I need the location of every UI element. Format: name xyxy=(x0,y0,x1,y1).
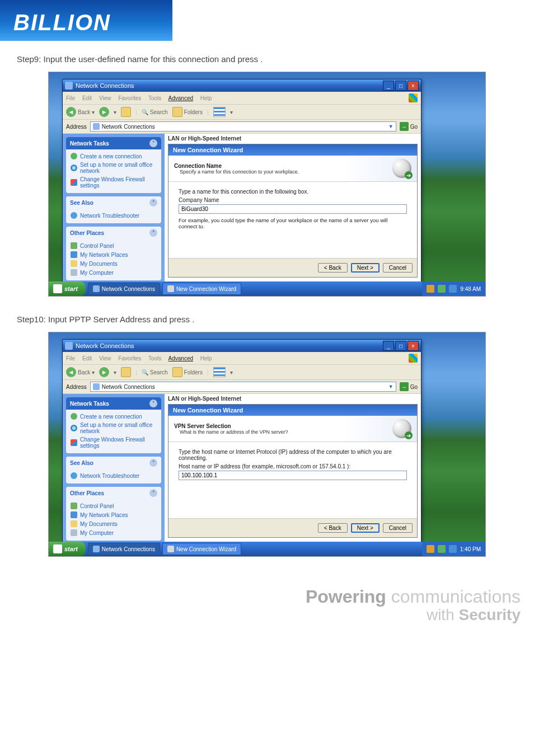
sidebar-item-create-connection[interactable]: Create a new connection xyxy=(71,152,157,161)
windows-start-icon xyxy=(53,284,62,293)
search-button[interactable]: 🔍Search xyxy=(142,369,168,375)
system-tray[interactable]: 1:40 PM xyxy=(422,542,485,556)
address-field[interactable]: Network Connections ▼ xyxy=(90,121,396,132)
chevron-up-icon: ˄ xyxy=(149,400,157,407)
menu-edit[interactable]: Edit xyxy=(82,355,92,361)
cancel-button[interactable]: Cancel xyxy=(383,263,413,273)
sidebar-item-firewall[interactable]: Change Windows Firewall settings xyxy=(71,435,157,450)
sidebar-item-my-documents[interactable]: My Documents xyxy=(71,519,157,528)
menu-file[interactable]: File xyxy=(66,95,75,101)
menu-view[interactable]: View xyxy=(99,355,111,361)
back-button[interactable]: < Back xyxy=(318,523,348,533)
sidebar-item-control-panel[interactable]: Control Panel xyxy=(71,241,157,250)
forward-dropdown[interactable]: ▾ xyxy=(114,109,116,115)
address-dropdown-icon[interactable]: ▼ xyxy=(388,124,394,129)
see-also-header[interactable]: See Also˄ xyxy=(66,457,161,469)
sidebar-item-troubleshooter[interactable]: Network Troubleshooter xyxy=(71,211,157,220)
sidebar-item-my-network[interactable]: My Network Places xyxy=(71,250,157,259)
sidebar-item-my-computer[interactable]: My Computer xyxy=(71,268,157,277)
up-button[interactable] xyxy=(121,367,131,377)
titlebar[interactable]: Network Connections _ □ × xyxy=(63,79,421,92)
back-button[interactable]: ◄Back ▾ xyxy=(66,367,95,377)
start-button[interactable]: start xyxy=(49,281,86,296)
cancel-button[interactable]: Cancel xyxy=(383,523,413,533)
up-button[interactable] xyxy=(121,107,131,117)
forward-button[interactable]: ► xyxy=(99,107,109,117)
wizard-banner: Connection Name Specify a name for this … xyxy=(168,156,417,182)
go-button[interactable]: →Go xyxy=(400,122,418,131)
search-icon: 🔍 xyxy=(142,109,148,115)
sidebar-item-firewall[interactable]: Change Windows Firewall settings xyxy=(71,175,157,190)
views-button[interactable] xyxy=(213,107,226,117)
menu-edit[interactable]: Edit xyxy=(82,95,92,101)
sidebar-item-home-network[interactable]: Set up a home or small office network xyxy=(71,161,157,175)
sidebar-item-my-network[interactable]: My Network Places xyxy=(71,510,157,519)
menu-help[interactable]: Help xyxy=(200,95,212,101)
sidebar-item-troubleshooter[interactable]: Network Troubleshooter xyxy=(71,471,157,480)
close-button[interactable]: × xyxy=(407,81,419,91)
wizard-banner-title: VPN Server Selection xyxy=(174,423,288,429)
next-button[interactable]: Next > xyxy=(351,263,380,273)
address-dropdown-icon[interactable]: ▼ xyxy=(388,384,394,389)
search-button[interactable]: 🔍Search xyxy=(142,109,168,115)
address-bar: Address Network Connections ▼ →Go xyxy=(63,380,421,394)
maximize-button[interactable]: □ xyxy=(395,81,406,91)
company-name-input[interactable] xyxy=(179,204,407,214)
sidebar-item-my-computer[interactable]: My Computer xyxy=(71,528,157,537)
forward-dropdown[interactable]: ▾ xyxy=(114,369,116,375)
taskbar-app-netconn[interactable]: Network Connections xyxy=(88,283,160,295)
minimize-button[interactable]: _ xyxy=(383,341,394,351)
back-button[interactable]: < Back xyxy=(318,263,348,273)
views-button[interactable] xyxy=(213,367,226,377)
sidebar-item-my-documents[interactable]: My Documents xyxy=(71,259,157,268)
menu-view[interactable]: View xyxy=(99,95,111,101)
see-also-header[interactable]: See Also˄ xyxy=(66,196,161,209)
explorer-window: Network Connections _ □ × File Edit View… xyxy=(62,79,421,297)
wizard-title: New Connection Wizard xyxy=(168,144,417,156)
menu-advanced[interactable]: Advanced xyxy=(168,95,193,101)
sidebar-item-create-connection[interactable]: Create a new connection xyxy=(71,412,157,421)
start-button[interactable]: start xyxy=(49,542,86,556)
address-value: Network Connections xyxy=(102,384,155,390)
folders-label: Folders xyxy=(184,369,203,375)
section-label: LAN or High-Speed Internet xyxy=(165,394,421,403)
titlebar[interactable]: Network Connections _ □ × xyxy=(63,340,421,352)
sidebar-item-control-panel[interactable]: Control Panel xyxy=(71,501,157,510)
go-button[interactable]: →Go xyxy=(400,382,418,391)
folders-button[interactable]: Folders xyxy=(172,367,203,377)
my-documents-icon xyxy=(71,260,77,267)
see-also-panel: See Also˄ Network Troubleshooter xyxy=(66,196,161,223)
wizard-icon xyxy=(392,159,411,178)
taskbar-app-wizard[interactable]: New Connection Wizard xyxy=(162,283,241,295)
folders-button[interactable]: Folders xyxy=(172,107,203,117)
close-button[interactable]: × xyxy=(407,341,419,351)
host-address-input[interactable] xyxy=(179,471,407,480)
address-field[interactable]: Network Connections ▼ xyxy=(90,382,396,392)
taskbar-app-netconn[interactable]: Network Connections xyxy=(88,543,160,555)
menu-favorites[interactable]: Favorites xyxy=(118,95,141,101)
forward-button[interactable]: ► xyxy=(99,367,109,377)
wizard-icon xyxy=(167,285,174,292)
desktop: Network Connections _ □ × File Edit View… xyxy=(48,72,486,297)
back-button[interactable]: ◄Back ▾ xyxy=(66,107,95,117)
create-connection-icon xyxy=(71,413,77,420)
taskbar-app-wizard[interactable]: New Connection Wizard xyxy=(162,543,241,555)
menu-file[interactable]: File xyxy=(66,355,75,361)
system-tray[interactable]: 9:48 AM xyxy=(422,281,485,296)
menu-favorites[interactable]: Favorites xyxy=(118,355,141,361)
sidebar-item-home-network[interactable]: Set up a home or small office network xyxy=(71,421,157,435)
network-tasks-header[interactable]: Network Tasks˄ xyxy=(66,137,161,149)
other-places-header[interactable]: Other Places˄ xyxy=(66,487,161,499)
other-places-header[interactable]: Other Places˄ xyxy=(66,227,161,239)
minimize-button[interactable]: _ xyxy=(383,81,394,91)
menu-tools[interactable]: Tools xyxy=(148,355,161,361)
menu-advanced[interactable]: Advanced xyxy=(168,355,193,361)
back-label: Back xyxy=(78,369,90,375)
maximize-button[interactable]: □ xyxy=(395,341,406,351)
menu-help[interactable]: Help xyxy=(200,355,212,361)
tray-icon xyxy=(449,545,457,553)
next-button[interactable]: Next > xyxy=(351,523,380,533)
menu-tools[interactable]: Tools xyxy=(148,95,161,101)
wizard-banner-title: Connection Name xyxy=(174,163,299,169)
network-tasks-header[interactable]: Network Tasks˄ xyxy=(66,397,161,410)
